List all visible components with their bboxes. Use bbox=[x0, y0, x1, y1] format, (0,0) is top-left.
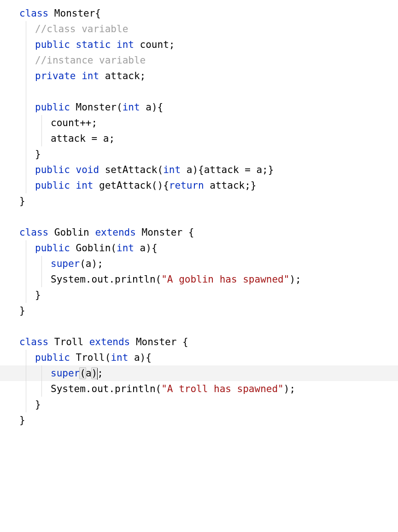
code-token-comment: //instance variable bbox=[35, 55, 146, 66]
code-line[interactable]: //class variable bbox=[0, 21, 398, 37]
code-token-kw: super bbox=[51, 368, 80, 379]
code-line[interactable] bbox=[0, 318, 398, 334]
code-token-kw: super bbox=[51, 258, 80, 269]
indent-guide bbox=[26, 21, 26, 37]
code-token-plain: System.out.println( bbox=[51, 274, 161, 285]
code-line[interactable]: } bbox=[0, 303, 398, 318]
code-line[interactable]: System.out.println("A goblin has spawned… bbox=[0, 272, 398, 287]
code-token-kw: class bbox=[19, 8, 54, 19]
indent-guide bbox=[26, 131, 26, 146]
code-token-plain: Goblin bbox=[54, 227, 95, 238]
code-line[interactable]: } bbox=[0, 397, 398, 412]
indent-guide bbox=[26, 381, 26, 397]
code-line[interactable]: public Troll(int a){ bbox=[0, 350, 398, 365]
code-token-plain: Troll( bbox=[76, 352, 111, 363]
text-cursor bbox=[97, 368, 98, 379]
code-token-plain: attack = a; bbox=[51, 133, 115, 144]
code-token-plain: Monster { bbox=[136, 336, 188, 347]
code-token-kw: public bbox=[35, 243, 76, 254]
code-token-kw: int bbox=[117, 243, 140, 254]
code-token-kw: return bbox=[169, 180, 210, 191]
code-token-plain: } bbox=[19, 196, 25, 207]
indent-guide bbox=[26, 99, 26, 115]
code-token-plain: a){ bbox=[134, 352, 152, 363]
indent-guide bbox=[41, 381, 42, 397]
code-line[interactable]: public static int count; bbox=[0, 37, 398, 52]
code-line[interactable]: class Goblin extends Monster { bbox=[0, 225, 398, 240]
code-token-plain: count; bbox=[140, 39, 175, 50]
indent-guide bbox=[41, 256, 42, 272]
code-token-plain: Troll bbox=[54, 336, 89, 347]
code-token-plain: } bbox=[35, 289, 41, 301]
code-token-kw: class bbox=[19, 336, 54, 347]
code-token-plain: getAttack(){ bbox=[99, 180, 169, 191]
indent-guide bbox=[26, 397, 26, 412]
code-token-plain: ); bbox=[284, 383, 295, 394]
code-line[interactable]: attack = a; bbox=[0, 131, 398, 146]
code-line[interactable]: System.out.println("A troll has spawned"… bbox=[0, 381, 398, 397]
code-line[interactable]: } bbox=[0, 193, 398, 209]
code-token-plain: attack;} bbox=[210, 180, 256, 191]
indent-guide bbox=[41, 131, 42, 146]
code-line[interactable]: count++; bbox=[0, 115, 398, 131]
code-line[interactable]: public Goblin(int a){ bbox=[0, 240, 398, 256]
indent-guide bbox=[26, 146, 26, 162]
code-token-kw: int bbox=[123, 102, 146, 113]
code-token-plain: count++; bbox=[51, 117, 97, 128]
code-token-plain: a bbox=[86, 368, 92, 379]
code-line[interactable] bbox=[0, 209, 398, 225]
code-token-plain: attack; bbox=[105, 70, 146, 81]
code-line[interactable]: public void setAttack(int a){attack = a;… bbox=[0, 162, 398, 178]
code-token-kw: class bbox=[19, 227, 54, 238]
code-line[interactable]: class Troll extends Monster { bbox=[0, 334, 398, 350]
indent-guide bbox=[26, 115, 26, 131]
code-token-plain: Monster( bbox=[76, 102, 123, 113]
code-editor[interactable]: class Monster{//class variablepublic sta… bbox=[0, 0, 398, 434]
code-token-plain: Monster { bbox=[142, 227, 194, 238]
code-token-kw: public int bbox=[35, 180, 99, 191]
code-token-plain: } bbox=[19, 305, 25, 316]
code-token-kw: public bbox=[35, 102, 76, 113]
code-token-comment: //class variable bbox=[35, 23, 128, 35]
indent-guide bbox=[26, 287, 26, 303]
code-line[interactable]: //instance variable bbox=[0, 52, 398, 68]
indent-guide bbox=[26, 256, 26, 272]
code-line[interactable]: } bbox=[0, 412, 398, 428]
code-line[interactable]: } bbox=[0, 287, 398, 303]
code-token-kw: public static int bbox=[35, 39, 140, 50]
indent-guide bbox=[41, 115, 42, 131]
code-token-plain: a){ bbox=[140, 243, 158, 254]
indent-guide bbox=[26, 178, 26, 193]
code-token-str: "A goblin has spawned" bbox=[161, 274, 289, 285]
code-token-plain: a){attack = a;} bbox=[187, 164, 274, 175]
indent-guide bbox=[26, 272, 26, 287]
code-token-plain: ; bbox=[97, 368, 103, 379]
code-token-kw: public bbox=[35, 352, 76, 363]
indent-guide bbox=[26, 365, 26, 381]
indent-guide bbox=[41, 365, 42, 381]
indent-guide bbox=[26, 240, 26, 256]
code-line[interactable]: public int getAttack(){return attack;} bbox=[0, 178, 398, 193]
code-token-plain: System.out.println( bbox=[51, 383, 161, 394]
code-line[interactable]: super(a); bbox=[0, 256, 398, 272]
code-line[interactable]: private int attack; bbox=[0, 68, 398, 84]
indent-guide bbox=[26, 350, 26, 365]
code-token-kw: extends bbox=[95, 227, 141, 238]
code-line[interactable]: super(a); bbox=[0, 365, 398, 381]
code-token-plain: } bbox=[19, 415, 25, 426]
code-token-kw: public void bbox=[35, 164, 105, 175]
code-line[interactable] bbox=[0, 84, 398, 99]
code-token-plain: (a); bbox=[80, 258, 103, 269]
code-token-plain: ); bbox=[289, 274, 301, 285]
code-token-plain: Monster{ bbox=[54, 8, 101, 19]
code-token-plain: Goblin( bbox=[76, 243, 117, 254]
code-token-kw: private int bbox=[35, 70, 105, 81]
indent-guide bbox=[26, 84, 26, 99]
code-line[interactable]: } bbox=[0, 146, 398, 162]
code-line[interactable]: public Monster(int a){ bbox=[0, 99, 398, 115]
code-token-plain: setAttack( bbox=[105, 164, 163, 175]
code-token-kw: int bbox=[111, 352, 134, 363]
indent-guide bbox=[26, 68, 26, 84]
code-line[interactable]: class Monster{ bbox=[0, 6, 398, 21]
indent-guide bbox=[41, 272, 42, 287]
